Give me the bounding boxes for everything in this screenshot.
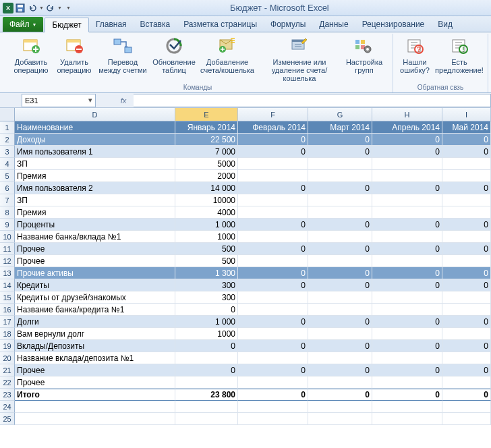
row-header-17[interactable]: 17: [0, 316, 15, 328]
row-header-18[interactable]: 18: [0, 328, 15, 340]
cell-G25[interactable]: [308, 413, 372, 425]
cell-E18[interactable]: 1000: [175, 328, 238, 340]
qat-customize-icon[interactable]: ▼: [66, 5, 71, 10]
cell-I9[interactable]: 0: [442, 219, 491, 231]
column-header-G[interactable]: G: [308, 108, 372, 121]
cell-I8[interactable]: [442, 206, 491, 219]
column-header-D[interactable]: D: [15, 108, 175, 121]
tab-budget[interactable]: Бюджет: [45, 18, 88, 32]
undo-dropdown-icon[interactable]: ▼: [39, 5, 44, 10]
cell-D20[interactable]: Название вклада/депозита №1: [15, 352, 175, 364]
tab-data[interactable]: Данные: [312, 17, 355, 32]
cell-G14[interactable]: 0: [308, 279, 372, 291]
cell-G10[interactable]: [308, 231, 372, 243]
cell-G6[interactable]: 0: [308, 182, 372, 194]
cell-E17[interactable]: 1 000: [175, 316, 238, 328]
cell-G11[interactable]: 0: [308, 243, 372, 255]
row-header-9[interactable]: 9: [0, 219, 15, 231]
cell-E12[interactable]: 500: [175, 255, 238, 267]
add-operation-button[interactable]: Добавить операцию: [9, 34, 53, 82]
cell-H1[interactable]: Апрель 2014: [372, 121, 442, 134]
cell-H13[interactable]: 0: [372, 267, 442, 279]
cell-G16[interactable]: [308, 304, 372, 316]
cell-F1[interactable]: Февраль 2014: [238, 121, 308, 134]
cell-D10[interactable]: Название банка/вклада №1: [15, 231, 175, 243]
cell-H9[interactable]: 0: [372, 219, 442, 231]
row-header-25[interactable]: 25: [0, 413, 15, 425]
cell-G19[interactable]: 0: [308, 340, 372, 352]
cell-I21[interactable]: 0: [442, 364, 491, 376]
cell-G8[interactable]: [308, 206, 372, 219]
cell-G17[interactable]: 0: [308, 316, 372, 328]
column-header-E[interactable]: E: [175, 108, 238, 121]
cell-G22[interactable]: [308, 376, 372, 389]
cell-I10[interactable]: [442, 231, 491, 243]
group-settings-button[interactable]: Настройка групп: [343, 34, 386, 82]
row-header-2[interactable]: 2: [0, 134, 15, 146]
row-header-20[interactable]: 20: [0, 352, 15, 364]
cell-H14[interactable]: 0: [372, 279, 442, 291]
cell-E24[interactable]: [175, 401, 238, 413]
cell-D25[interactable]: [15, 413, 175, 425]
row-header-24[interactable]: 24: [0, 401, 15, 413]
formula-bar[interactable]: [134, 94, 491, 107]
row-header-22[interactable]: 22: [0, 376, 15, 389]
cell-D4[interactable]: ЗП: [15, 158, 175, 170]
cell-D13[interactable]: Прочие активы: [15, 267, 175, 279]
row-header-1[interactable]: 1: [0, 121, 15, 134]
cell-H8[interactable]: [372, 206, 442, 219]
cell-D1[interactable]: Наименование: [15, 121, 175, 134]
cell-G1[interactable]: Март 2014: [308, 121, 372, 134]
cell-I13[interactable]: 0: [442, 267, 491, 279]
row-header-12[interactable]: 12: [0, 255, 15, 267]
cell-D12[interactable]: Прочее: [15, 255, 175, 267]
cell-F4[interactable]: [238, 158, 308, 170]
cell-D7[interactable]: ЗП: [15, 194, 175, 206]
cell-F5[interactable]: [238, 170, 308, 182]
select-all-corner[interactable]: [0, 108, 15, 121]
cell-D17[interactable]: Долги: [15, 316, 175, 328]
cell-D18[interactable]: Вам вернули долг: [15, 328, 175, 340]
cell-H6[interactable]: 0: [372, 182, 442, 194]
cell-G24[interactable]: [308, 401, 372, 413]
cell-H7[interactable]: [372, 194, 442, 206]
tab-home[interactable]: Главная: [89, 17, 134, 32]
cell-E22[interactable]: [175, 376, 238, 389]
cell-H22[interactable]: [372, 376, 442, 389]
cell-F15[interactable]: [238, 291, 308, 304]
cell-G21[interactable]: 0: [308, 364, 372, 376]
cell-D24[interactable]: [15, 401, 175, 413]
cell-E25[interactable]: [175, 413, 238, 425]
cell-I16[interactable]: [442, 304, 491, 316]
cell-F2[interactable]: 0: [238, 134, 308, 146]
row-header-4[interactable]: 4: [0, 158, 15, 170]
cell-F19[interactable]: 0: [238, 340, 308, 352]
cell-F3[interactable]: 0: [238, 146, 308, 158]
cell-F18[interactable]: [238, 328, 308, 340]
row-header-23[interactable]: 23: [0, 389, 15, 401]
name-box[interactable]: E31 ▾: [22, 94, 96, 107]
cell-F16[interactable]: [238, 304, 308, 316]
cell-I22[interactable]: [442, 376, 491, 389]
cell-E7[interactable]: 10000: [175, 194, 238, 206]
cell-D14[interactable]: Кредиты: [15, 279, 175, 291]
cell-H10[interactable]: [372, 231, 442, 243]
cell-H11[interactable]: 0: [372, 243, 442, 255]
cell-E20[interactable]: [175, 352, 238, 364]
suggestion-button[interactable]: ! Есть предложение!: [434, 34, 485, 82]
cell-E6[interactable]: 14 000: [175, 182, 238, 194]
cell-E4[interactable]: 5000: [175, 158, 238, 170]
name-box-dropdown-icon[interactable]: ▾: [88, 96, 92, 105]
cell-G13[interactable]: 0: [308, 267, 372, 279]
column-header-H[interactable]: H: [372, 108, 442, 121]
cell-I17[interactable]: 0: [442, 316, 491, 328]
edit-account-button[interactable]: Изменение или удаление счета/кошелька: [256, 34, 343, 82]
cell-H17[interactable]: 0: [372, 316, 442, 328]
row-header-7[interactable]: 7: [0, 194, 15, 206]
row-header-15[interactable]: 15: [0, 291, 15, 304]
cell-F10[interactable]: [238, 231, 308, 243]
cell-F23[interactable]: 0: [238, 389, 308, 401]
cell-H3[interactable]: 0: [372, 146, 442, 158]
cell-F11[interactable]: 0: [238, 243, 308, 255]
tab-insert[interactable]: Вставка: [134, 17, 177, 32]
